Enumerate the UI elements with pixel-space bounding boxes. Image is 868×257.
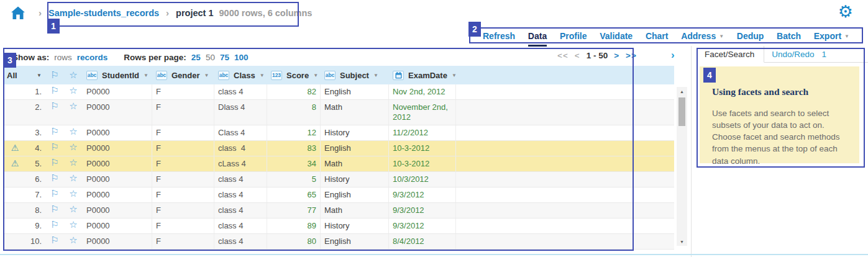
pagination-last-button[interactable]: >> bbox=[626, 51, 637, 60]
page-bottom-divider bbox=[0, 254, 868, 255]
cell-studentid: P0000 bbox=[83, 172, 152, 187]
cell-score: 89 bbox=[267, 219, 321, 233]
star-icon[interactable]: ☆ bbox=[64, 172, 83, 187]
cell-score: 5 bbox=[267, 172, 321, 187]
warning-icon: ⚠ bbox=[11, 143, 19, 153]
column-menu-caret-icon: ▼ bbox=[144, 73, 148, 78]
flag-icon[interactable]: ⚐ bbox=[45, 187, 64, 202]
all-caret-icon: ▼ bbox=[37, 73, 42, 78]
star-icon[interactable]: ☆ bbox=[64, 156, 83, 171]
menu-item-address[interactable]: Address▼ bbox=[681, 31, 724, 41]
cell-class: class 4 bbox=[214, 219, 267, 233]
scroll-down-icon[interactable]: ▼ bbox=[677, 237, 687, 246]
column-label: Score bbox=[286, 71, 309, 80]
star-icon[interactable]: ☆ bbox=[64, 203, 83, 218]
cell-gender: F bbox=[152, 219, 214, 233]
flag-icon[interactable]: ⚐ bbox=[45, 219, 64, 233]
star-icon[interactable]: ☆ bbox=[64, 100, 83, 125]
menu-item-chart[interactable]: Chart bbox=[646, 31, 669, 41]
cell-subject: History bbox=[321, 172, 389, 187]
vertical-scrollbar[interactable]: ▲ ▼ bbox=[677, 87, 687, 246]
column-header-subject[interactable]: abc Subject ▼ bbox=[321, 66, 389, 84]
star-icon[interactable]: ☆ bbox=[64, 187, 83, 202]
page-size-50-current[interactable]: 50 bbox=[206, 53, 215, 62]
cell-score: 34 bbox=[267, 156, 321, 171]
flag-icon[interactable]: ⚐ bbox=[45, 84, 64, 99]
cell-examdate: 10-3-2012 bbox=[389, 141, 456, 156]
column-header-gender[interactable]: abc Gender ▼ bbox=[152, 66, 214, 84]
cell-subject: Math bbox=[321, 203, 389, 218]
table-row: 1. ⚐ ☆ P0000 F class 4 82 English Nov 2n… bbox=[3, 84, 674, 100]
menu-item-validate[interactable]: Validate bbox=[600, 31, 633, 41]
warning-icon: ⚠ bbox=[11, 158, 19, 168]
menu-item-refresh[interactable]: Refresh bbox=[483, 31, 515, 41]
menu-item-profile[interactable]: Profile bbox=[560, 31, 587, 41]
cell-subject: History bbox=[321, 219, 389, 233]
header-filler bbox=[456, 66, 674, 84]
dropdown-caret-icon: ▼ bbox=[719, 34, 724, 39]
pagination-next-button[interactable]: > bbox=[614, 51, 619, 60]
flag-icon[interactable]: ⚐ bbox=[45, 125, 64, 140]
star-icon[interactable]: ☆ bbox=[64, 125, 83, 140]
flag-icon[interactable]: ⚐ bbox=[45, 203, 64, 218]
star-header-icon[interactable]: ☆ bbox=[64, 66, 83, 84]
show-as-label: Show as: bbox=[12, 53, 49, 62]
cell-examdate: 8/4/2012 bbox=[389, 234, 456, 249]
row-number: 6. bbox=[27, 172, 45, 187]
pagination-prev-button[interactable]: < bbox=[575, 51, 580, 60]
menu-item-dedup[interactable]: Dedup bbox=[737, 31, 764, 41]
page-size-100[interactable]: 100 bbox=[234, 53, 249, 62]
column-label: Subject bbox=[340, 71, 369, 80]
undo-count-badge: 1 bbox=[821, 50, 826, 59]
star-icon[interactable]: ☆ bbox=[64, 84, 83, 99]
cell-subject: English bbox=[321, 234, 389, 249]
star-icon[interactable]: ☆ bbox=[64, 234, 83, 249]
scrollbar-thumb[interactable] bbox=[678, 97, 685, 126]
cell-class: cLass 4 bbox=[214, 156, 267, 171]
cell-score: 8 bbox=[267, 100, 321, 125]
column-header-examdate[interactable]: ExamDate ▼ bbox=[389, 66, 456, 84]
tab-facet-search[interactable]: Facet/Search bbox=[692, 46, 764, 63]
home-icon[interactable] bbox=[10, 5, 26, 21]
menu-item-export[interactable]: Export▼ bbox=[814, 31, 849, 41]
flag-icon[interactable]: ⚐ bbox=[45, 234, 64, 249]
cell-subject: English bbox=[321, 141, 389, 156]
cell-studentid: P0000 bbox=[83, 203, 152, 218]
flag-header-icon[interactable]: ⚐ bbox=[45, 66, 64, 84]
flag-icon[interactable]: ⚐ bbox=[45, 100, 64, 125]
cell-gender: F bbox=[152, 187, 214, 202]
column-menu-caret-icon: ▼ bbox=[204, 73, 209, 78]
column-header-class[interactable]: abc Class ▼ bbox=[214, 66, 267, 84]
pagination-range-text: 1 - 50 bbox=[587, 51, 608, 60]
show-as-rows-option[interactable]: rows bbox=[54, 53, 72, 62]
show-as-records-option[interactable]: records bbox=[77, 53, 108, 62]
flag-icon[interactable]: ⚐ bbox=[45, 156, 64, 171]
breadcrumb-dataset-link[interactable]: Sample-students_records bbox=[48, 8, 159, 18]
row-number: 8. bbox=[27, 203, 45, 218]
panel-collapse-chevron-icon[interactable]: › bbox=[671, 49, 675, 61]
page-size-25[interactable]: 25 bbox=[191, 53, 201, 62]
column-header-score[interactable]: 123 Score ▼ bbox=[267, 66, 321, 84]
table-row: ⚠ 5. ⚐ ☆ P0000 F cLass 4 34 Math 10-3-20… bbox=[3, 156, 674, 172]
gear-icon[interactable]: ⚙ bbox=[838, 4, 853, 20]
facet-panel: Facet/Search Undo/Redo 1 Using facets an… bbox=[691, 46, 868, 257]
menu-item-data[interactable]: Data bbox=[528, 31, 547, 41]
menu-item-batch[interactable]: Batch bbox=[777, 31, 801, 41]
tab-undo-redo[interactable]: Undo/Redo 1 bbox=[764, 50, 831, 59]
cell-subject: History bbox=[321, 125, 389, 140]
column-header-studentid[interactable]: abc StudentId ▼ bbox=[83, 66, 152, 84]
cell-subject: English bbox=[321, 84, 389, 99]
row-number: 2. bbox=[27, 100, 45, 125]
project-meta-text: 9000 rows, 6 columns bbox=[219, 8, 313, 18]
text-type-icon: abc bbox=[156, 71, 167, 80]
scroll-up-icon[interactable]: ▲ bbox=[677, 87, 687, 96]
flag-icon[interactable]: ⚐ bbox=[45, 141, 64, 156]
page-size-75[interactable]: 75 bbox=[220, 53, 229, 62]
star-icon[interactable]: ☆ bbox=[64, 141, 83, 156]
star-icon[interactable]: ☆ bbox=[64, 219, 83, 233]
all-column-menu[interactable]: All ▼ bbox=[3, 66, 45, 84]
pagination-first-button[interactable]: << bbox=[557, 51, 569, 60]
data-grid: All ▼ ⚐ ☆ abc StudentId ▼ abc Gender ▼ a… bbox=[3, 66, 674, 250]
flag-icon[interactable]: ⚐ bbox=[45, 172, 64, 187]
cell-filler bbox=[456, 219, 674, 233]
